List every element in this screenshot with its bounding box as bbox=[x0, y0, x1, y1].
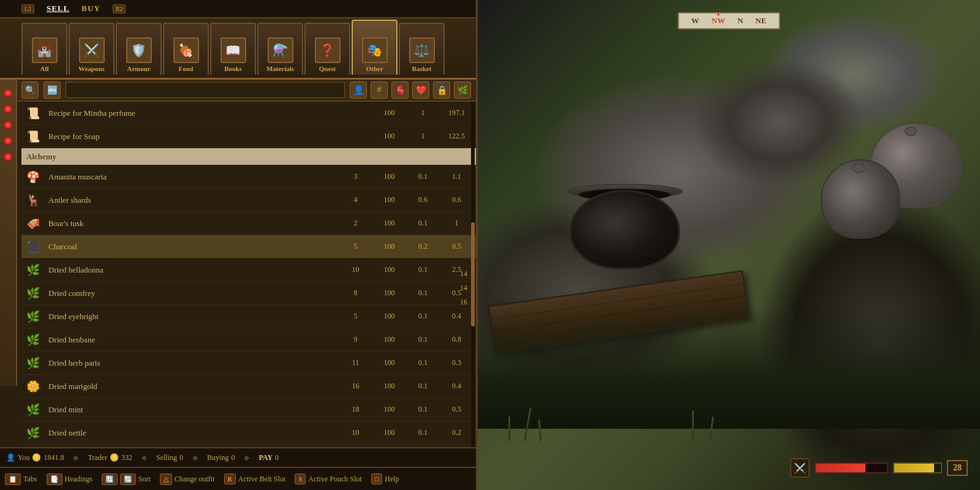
item-row[interactable]: 🪗Boar's tusk21000.11 bbox=[21, 212, 476, 235]
item-row[interactable]: 🌿Dried henbane91000.10.8 bbox=[21, 328, 476, 352]
item-qty: 3 bbox=[339, 172, 372, 181]
scrollbar-thumb[interactable] bbox=[471, 222, 475, 326]
stamina-bar bbox=[893, 462, 942, 473]
item-name: Antler shards bbox=[46, 195, 339, 205]
item-weight: 0.1 bbox=[406, 312, 440, 321]
hud-weapon-icon: ⚔️ bbox=[790, 458, 810, 478]
sack-tie-1 bbox=[905, 127, 917, 136]
tab-all[interactable]: 🏰 All bbox=[21, 23, 67, 75]
filter-lock-icon[interactable]: 🔒 bbox=[433, 81, 450, 99]
health-fill bbox=[816, 464, 865, 472]
item-pct: 100 bbox=[372, 242, 406, 251]
filter-hash-icon[interactable]: # bbox=[371, 81, 388, 99]
compass-w: W bbox=[692, 16, 699, 26]
item-row[interactable]: 📜Recipe for Mintha perfume1001197.1 bbox=[21, 102, 476, 125]
item-qty: 11 bbox=[339, 358, 372, 368]
item-row[interactable]: 🌿Dried nettle101000.10.2 bbox=[21, 421, 476, 445]
item-icon: 🌿 bbox=[24, 354, 42, 372]
item-qty: 2 bbox=[339, 219, 372, 228]
tab-other[interactable]: 🎭 Other bbox=[352, 20, 398, 75]
compass-ne: NE bbox=[755, 16, 766, 26]
headings-action[interactable]: 📑 Headings bbox=[47, 473, 92, 485]
quest-tab-icon: ❓ bbox=[315, 37, 341, 63]
sort-icon-badge: 🔃 bbox=[102, 473, 118, 485]
headings-key: 📑 bbox=[47, 473, 62, 485]
item-name: Boar's tusk bbox=[46, 219, 339, 228]
item-row[interactable]: 📜Recipe for Soap1001122.5 bbox=[21, 125, 476, 148]
item-value: 0.2 bbox=[440, 428, 473, 437]
buying-status: Buying 0 bbox=[207, 453, 235, 462]
item-icon: 🌼 bbox=[24, 377, 42, 396]
change-outfit-action[interactable]: △ Change outfit bbox=[160, 473, 215, 485]
sell-button[interactable]: SELL bbox=[47, 4, 69, 13]
item-row[interactable]: 🌼Dried marigold161000.10.4 bbox=[21, 375, 476, 398]
sort-action[interactable]: 🔃 🔃 Sort bbox=[102, 473, 151, 485]
tab-materials-label: Materials bbox=[266, 65, 294, 72]
item-row[interactable]: 🌿Dried eyebright51000.10.4 bbox=[21, 305, 476, 328]
filter-button[interactable]: 🔍 bbox=[21, 81, 39, 99]
item-qty: 4 bbox=[339, 195, 372, 205]
belt-label: Active Belt Slot bbox=[238, 475, 285, 484]
scrollbar-track[interactable] bbox=[471, 102, 475, 447]
sort-az-icon[interactable]: 🔤 bbox=[43, 81, 61, 99]
item-icon: 🌿 bbox=[24, 284, 42, 303]
bottom-status-bar: 👤 You 🪙 1841.8 ◆ Trader 🪙 332 ◆ Selling … bbox=[0, 447, 476, 467]
hud-bottom: ⚔️ 28 bbox=[790, 458, 968, 478]
tab-armour[interactable]: 🛡️ Armour bbox=[116, 23, 162, 75]
item-weight: 0.1 bbox=[406, 172, 440, 181]
tab-books[interactable]: 📖 Books bbox=[210, 23, 256, 75]
sort-icons: 👤 # 🫀 ❤️ 🔒 🌿 bbox=[350, 81, 471, 99]
item-pct: 100 bbox=[372, 358, 406, 368]
side-num-3: 16 bbox=[460, 298, 467, 307]
filter-shield-icon[interactable]: ❤️ bbox=[412, 81, 429, 99]
help-action[interactable]: □ Help bbox=[371, 473, 399, 484]
item-name: Amanita muscaria bbox=[46, 172, 339, 182]
item-pct: 100 bbox=[372, 172, 406, 181]
item-icon: 📜 bbox=[24, 127, 42, 146]
item-row[interactable]: 🌿Dried herb paris111000.10.3 bbox=[21, 352, 476, 375]
other-tab-icon: 🎭 bbox=[362, 37, 388, 63]
item-icon: 🌿 bbox=[24, 331, 42, 349]
tab-quest[interactable]: ❓ Quest bbox=[304, 23, 350, 75]
item-name: Dried eyebright bbox=[46, 312, 339, 322]
pouch-slot-action[interactable]: S Active Pouch Slot bbox=[295, 473, 361, 484]
filter-person-icon[interactable]: 👤 bbox=[350, 81, 367, 99]
item-pct: 100 bbox=[372, 219, 406, 228]
item-row[interactable]: 🍄Amanita muscaria31000.11.1 bbox=[21, 165, 476, 189]
item-row[interactable]: ⬛Charcoal51000.20.5 bbox=[21, 235, 476, 258]
you-status: 👤 You 🪙 1841.8 bbox=[6, 453, 64, 462]
filter-herb-icon[interactable]: 🌿 bbox=[454, 81, 471, 99]
item-pct: 100 bbox=[372, 312, 406, 321]
item-qty: 8 bbox=[339, 288, 372, 298]
category-row: Alchemy bbox=[21, 148, 476, 165]
item-value: 2.5 bbox=[440, 265, 473, 274]
tabs-action[interactable]: 📋 Tabs bbox=[5, 473, 37, 485]
item-weight: 1 bbox=[406, 108, 440, 118]
filter-heart-icon[interactable]: 🫀 bbox=[391, 81, 409, 99]
belt-slot-action[interactable]: R Active Belt Slot bbox=[224, 473, 286, 484]
item-qty: 16 bbox=[339, 382, 372, 391]
item-list-inner: 📜Recipe for Mintha perfume1001197.1📜Reci… bbox=[21, 102, 476, 447]
tab-materials[interactable]: ⚗️ Materials bbox=[257, 23, 303, 75]
item-pct: 100 bbox=[372, 405, 406, 414]
weapons-tab-icon: ⚔️ bbox=[79, 37, 105, 63]
buy-button[interactable]: BUY bbox=[81, 4, 100, 13]
item-row[interactable]: 🌿Dried comfrey81000.10.5 bbox=[21, 282, 476, 305]
item-row[interactable]: 🌿Dried mint181000.10.5 bbox=[21, 398, 476, 421]
item-icon: 🍄 bbox=[24, 168, 42, 186]
item-row[interactable]: 🌿Dried belladonna101000.12.5 bbox=[21, 258, 476, 282]
item-weight: 1 bbox=[406, 132, 440, 141]
books-tab-icon: 📖 bbox=[221, 37, 246, 63]
tab-weapons[interactable]: ⚔️ Weapons bbox=[69, 23, 115, 75]
item-name: Recipe for Mintha perfume bbox=[46, 108, 339, 118]
item-value: 0.8 bbox=[440, 335, 473, 344]
gem-decoration bbox=[4, 89, 12, 97]
buying-value: 0 bbox=[231, 453, 235, 462]
item-value: 1 bbox=[440, 219, 473, 228]
item-name: Dried henbane bbox=[46, 335, 339, 345]
pouch-key: S bbox=[295, 473, 306, 484]
item-pct: 100 bbox=[372, 382, 406, 391]
tab-basket[interactable]: ⚖️ Basket bbox=[399, 23, 445, 75]
tab-food[interactable]: 🍖 Food bbox=[163, 23, 209, 75]
item-row[interactable]: 🦌Antler shards41000.60.6 bbox=[21, 189, 476, 212]
